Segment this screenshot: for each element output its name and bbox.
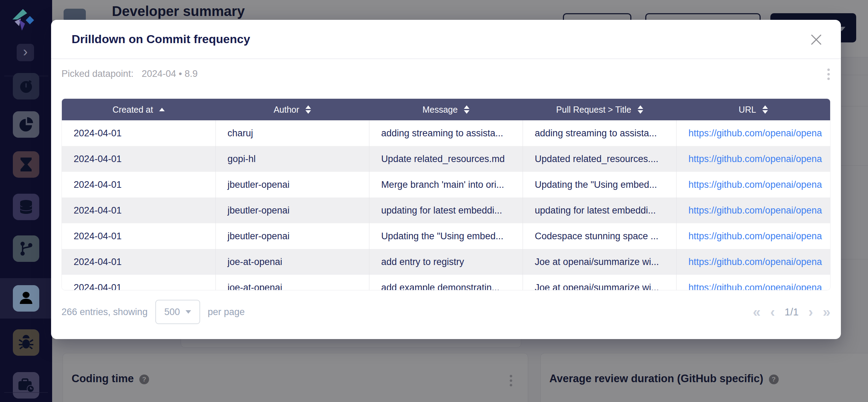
picked-datapoint-value: 2024-04 • 8.9: [142, 69, 198, 79]
cell-pr-title: Joe at openai/summarize wi...: [523, 275, 677, 290]
table-footer: 266 entries, showing 500 per page « ‹ 1/…: [62, 298, 830, 326]
cell-pr-title: Codespace stunning space ...: [523, 223, 677, 249]
column-header-created-at[interactable]: Created at: [62, 99, 215, 120]
sort-icon: [638, 105, 643, 114]
sidebar-item-git-branch[interactable]: [13, 235, 39, 262]
sidebar-item-briefcase-clock[interactable]: [13, 372, 39, 399]
cell-created-at: 2024-04-01: [62, 146, 215, 172]
kebab-menu-icon[interactable]: [827, 69, 830, 80]
sort-icon: [305, 105, 311, 114]
next-page-button[interactable]: ›: [808, 305, 813, 319]
git-branch-icon: [18, 241, 34, 256]
sort-icon: [464, 105, 469, 114]
cell-created-at: 2024-04-01: [62, 120, 215, 146]
cell-author: charuj: [215, 120, 369, 146]
close-icon: [810, 33, 823, 46]
modal-header: Drilldown on Commit frequency: [51, 20, 841, 59]
per-page-label: per page: [208, 307, 245, 317]
table-row: 2024-04-01 joe-at-openai add entry to re…: [62, 249, 830, 275]
person-icon: [18, 291, 34, 306]
bug-icon: [18, 335, 34, 350]
cell-author: joe-at-openai: [215, 275, 369, 290]
table-row: 2024-04-01 jbeutler-openai Updating the …: [62, 223, 830, 249]
cell-message: add entry to registry: [369, 249, 523, 275]
cell-created-at: 2024-04-01: [62, 223, 215, 249]
sidebar-item-hourglass[interactable]: [13, 151, 39, 178]
cell-message: updating for latest embeddi...: [369, 198, 523, 223]
sidebar-divider: [4, 392, 48, 393]
app-logo-icon[interactable]: [13, 7, 34, 36]
first-page-button[interactable]: «: [753, 305, 761, 319]
cell-url-link[interactable]: https://github.com/openai/opena: [677, 249, 830, 275]
cell-created-at: 2024-04-01: [62, 198, 215, 223]
cell-author: joe-at-openai: [215, 249, 369, 275]
page-indicator: 1/1: [785, 306, 799, 318]
last-page-button[interactable]: »: [823, 305, 830, 319]
cell-pr-title: adding streaming to assista...: [523, 120, 677, 146]
sidebar-item-person[interactable]: [13, 285, 39, 312]
picked-datapoint: Picked datapoint: 2024-04 • 8.9: [62, 69, 198, 79]
cell-created-at: 2024-04-01: [62, 249, 215, 275]
prev-page-button[interactable]: ‹: [770, 305, 775, 319]
cell-message: Merge branch 'main' into ori...: [369, 172, 523, 198]
cell-author: jbeutler-openai: [215, 198, 369, 223]
cell-url-link[interactable]: https://github.com/openai/opena: [677, 198, 830, 223]
cell-message: adding streaming to assista...: [369, 120, 523, 146]
picked-datapoint-label: Picked datapoint:: [62, 69, 133, 79]
table-row: 2024-04-01 jbeutler-openai updating for …: [62, 198, 830, 223]
sort-asc-icon: [159, 108, 165, 111]
close-button[interactable]: [810, 33, 823, 46]
clock-icon: [18, 79, 34, 94]
column-header-url[interactable]: URL: [677, 99, 830, 120]
cell-author: jbeutler-openai: [215, 223, 369, 249]
cell-url-link[interactable]: https://github.com/openai/opena: [677, 275, 830, 290]
cell-message: Update related_resources.md: [369, 146, 523, 172]
cell-pr-title: Updating the "Using embed...: [523, 172, 677, 198]
sidebar: ›: [0, 0, 52, 402]
chevron-right-icon: ›: [23, 44, 27, 59]
briefcase-clock-icon: [18, 378, 34, 393]
page-size-value: 500: [164, 307, 180, 317]
cell-author: jbeutler-openai: [215, 172, 369, 198]
sidebar-item-pie-chart[interactable]: [13, 111, 39, 138]
cell-author: gopi-hl: [215, 146, 369, 172]
cell-url-link[interactable]: https://github.com/openai/opena: [677, 120, 830, 146]
sort-icon: [762, 105, 768, 114]
cell-created-at: 2024-04-01: [62, 275, 215, 290]
cell-url-link[interactable]: https://github.com/openai/opena: [677, 223, 830, 249]
database-icon: [18, 199, 34, 215]
column-header-author[interactable]: Author: [215, 99, 369, 120]
cell-url-link[interactable]: https://github.com/openai/opena: [677, 172, 830, 198]
cell-url-link[interactable]: https://github.com/openai/opena: [677, 146, 830, 172]
chevron-down-icon: [186, 310, 191, 314]
table-row: 2024-04-01 jbeutler-openai Merge branch …: [62, 172, 830, 198]
cell-created-at: 2024-04-01: [62, 172, 215, 198]
drilldown-modal: Drilldown on Commit frequency Picked dat…: [51, 20, 841, 339]
sidebar-item-database[interactable]: [13, 194, 39, 220]
cell-pr-title: updating for latest embeddi...: [523, 198, 677, 223]
modal-title: Drilldown on Commit frequency: [72, 32, 250, 46]
cell-message: Updating the "Using embed...: [369, 223, 523, 249]
table-row: 2024-04-01 joe-at-openai add example dem…: [62, 275, 830, 290]
column-header-message[interactable]: Message: [369, 99, 523, 120]
page-size-dropdown[interactable]: 500: [155, 300, 200, 324]
sidebar-item-bug[interactable]: [13, 329, 39, 356]
entries-count: 266 entries, showing: [62, 307, 148, 317]
pie-chart-icon: [18, 117, 34, 132]
sidebar-item-clock[interactable]: [13, 73, 39, 99]
table-row: 2024-04-01 charuj adding streaming to as…: [62, 120, 830, 146]
table-row: 2024-04-01 gopi-hl Update related_resour…: [62, 146, 830, 172]
sidebar-expand-button[interactable]: ›: [17, 44, 34, 61]
column-header-pr-title[interactable]: Pull Request > Title: [523, 99, 677, 120]
cell-pr-title: Updated related_resources....: [523, 146, 677, 172]
drilldown-table: Created at Author Message Pull Request >…: [62, 98, 830, 290]
hourglass-icon: [19, 157, 33, 172]
cell-message: add example demonstratin...: [369, 275, 523, 290]
cell-pr-title: Joe at openai/summarize wi...: [523, 249, 677, 275]
table-header-row: Created at Author Message Pull Request >…: [62, 99, 830, 120]
